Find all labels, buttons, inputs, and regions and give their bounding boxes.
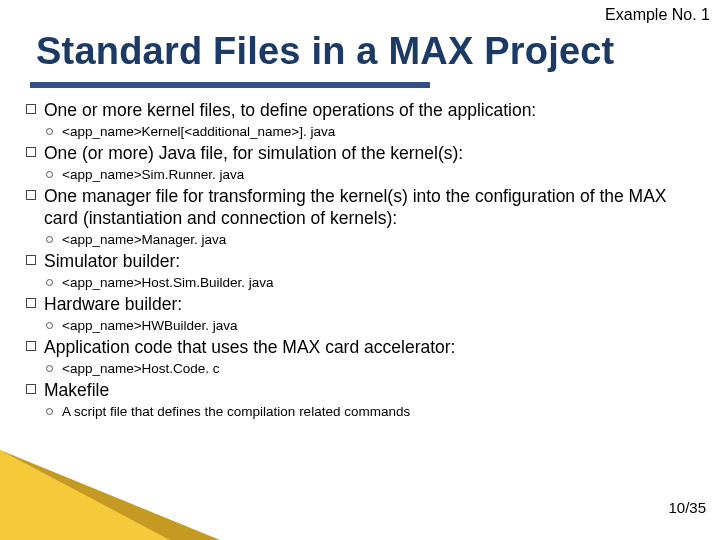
sub-item: A script file that defines the compilati… xyxy=(44,403,702,421)
page-number: 10/35 xyxy=(668,499,706,516)
item-text: Simulator builder: xyxy=(44,251,702,273)
sub-item-text: <app_name>Manager. java xyxy=(62,232,226,247)
content-area: One or more kernel files, to define oper… xyxy=(24,100,702,424)
sub-item: <app_name>Manager. java xyxy=(44,231,702,249)
corner-decoration xyxy=(0,450,220,540)
list-item: One manager file for transforming the ke… xyxy=(24,186,702,249)
square-bullet-icon xyxy=(26,384,36,394)
sub-item-text: <app_name>Kernel[<additional_name>]. jav… xyxy=(62,124,335,139)
ring-bullet-icon xyxy=(46,322,53,329)
item-text: Hardware builder: xyxy=(44,294,702,316)
ring-bullet-icon xyxy=(46,171,53,178)
sub-item: <app_name>HWBuilder. java xyxy=(44,317,702,335)
square-bullet-icon xyxy=(26,147,36,157)
title-underline xyxy=(30,82,430,88)
square-bullet-icon xyxy=(26,341,36,351)
ring-bullet-icon xyxy=(46,236,53,243)
sub-item-text: A script file that defines the compilati… xyxy=(62,404,410,419)
list-item: Hardware builder: <app_name>HWBuilder. j… xyxy=(24,294,702,335)
list-item: One or more kernel files, to define oper… xyxy=(24,100,702,141)
item-text: Application code that uses the MAX card … xyxy=(44,337,702,359)
sub-item-text: <app_name>Host.Sim.Builder. java xyxy=(62,275,274,290)
square-bullet-icon xyxy=(26,104,36,114)
example-number: Example No. 1 xyxy=(605,6,710,24)
item-text: Makefile xyxy=(44,380,702,402)
ring-bullet-icon xyxy=(46,365,53,372)
sub-item: <app_name>Host.Sim.Builder. java xyxy=(44,274,702,292)
sub-item: <app_name>Sim.Runner. java xyxy=(44,166,702,184)
square-bullet-icon xyxy=(26,190,36,200)
sub-item: <app_name>Kernel[<additional_name>]. jav… xyxy=(44,123,702,141)
sub-item-text: <app_name>HWBuilder. java xyxy=(62,318,238,333)
ring-bullet-icon xyxy=(46,408,53,415)
item-text: One (or more) Java file, for simulation … xyxy=(44,143,702,165)
sub-item: <app_name>Host.Code. c xyxy=(44,360,702,378)
ring-bullet-icon xyxy=(46,128,53,135)
ring-bullet-icon xyxy=(46,279,53,286)
square-bullet-icon xyxy=(26,255,36,265)
list-item: Makefile A script file that defines the … xyxy=(24,380,702,421)
sub-item-text: <app_name>Sim.Runner. java xyxy=(62,167,244,182)
item-text: One manager file for transforming the ke… xyxy=(44,186,702,230)
bullet-list: One or more kernel files, to define oper… xyxy=(24,100,702,422)
sub-item-text: <app_name>Host.Code. c xyxy=(62,361,220,376)
square-bullet-icon xyxy=(26,298,36,308)
list-item: One (or more) Java file, for simulation … xyxy=(24,143,702,184)
item-text: One or more kernel files, to define oper… xyxy=(44,100,702,122)
slide-title: Standard Files in a MAX Project xyxy=(36,30,614,73)
list-item: Application code that uses the MAX card … xyxy=(24,337,702,378)
list-item: Simulator builder: <app_name>Host.Sim.Bu… xyxy=(24,251,702,292)
